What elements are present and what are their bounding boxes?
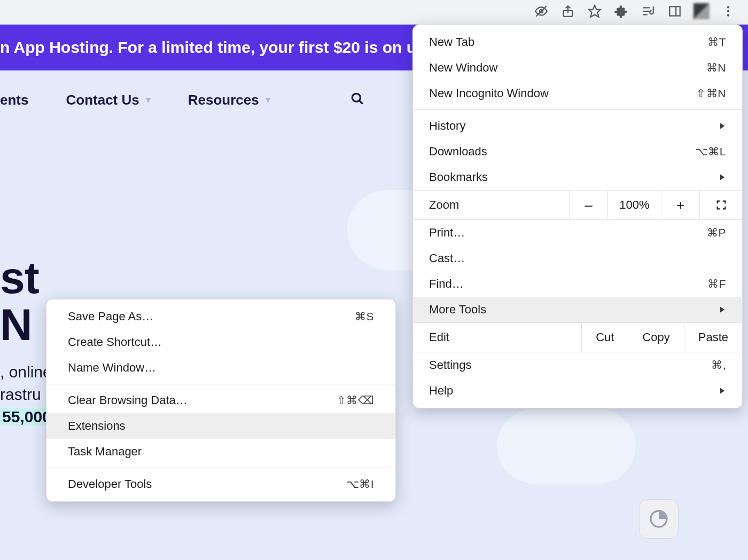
extensions-puzzle-icon[interactable] <box>613 3 629 19</box>
shortcut-text: ⌘N <box>706 61 726 74</box>
menu-find[interactable]: Find… ⌘F <box>413 271 742 297</box>
menu-downloads[interactable]: Downloads ⌥⌘L <box>413 139 742 164</box>
copy-button[interactable]: Copy <box>628 323 683 352</box>
shortcut-text: ⌘P <box>707 226 726 239</box>
menu-settings[interactable]: Settings ⌘, <box>413 352 742 378</box>
toolbar-icon-group <box>533 3 736 19</box>
nav-item-0[interactable]: ents <box>0 92 28 108</box>
zoom-label: Zoom <box>413 191 569 219</box>
menu-print[interactable]: Print… ⌘P <box>413 220 742 246</box>
shortcut-text: ⌘S <box>355 310 374 323</box>
svg-marker-16 <box>720 174 724 180</box>
star-icon[interactable] <box>587 3 603 19</box>
menu-new-incognito[interactable]: New Incognito Window ⇧⌘N <box>413 81 742 106</box>
menu-zoom-row: Zoom – 100% + <box>413 190 742 220</box>
menu-save-page-as[interactable]: Save Page As… ⌘S <box>46 304 395 329</box>
svg-rect-7 <box>669 6 680 15</box>
cut-button[interactable]: Cut <box>581 323 628 352</box>
shortcut-text: ⌥⌘L <box>695 145 726 158</box>
menu-separator <box>46 384 395 384</box>
fullscreen-button[interactable] <box>699 191 742 219</box>
shortcut-text: ⇧⌘⌫ <box>337 394 375 407</box>
caret-down-icon: ▾ <box>146 94 151 106</box>
svg-marker-18 <box>720 388 724 393</box>
search-icon[interactable] <box>350 92 364 108</box>
promo-banner-text: n App Hosting. For a limited time, your … <box>0 38 430 56</box>
nav-item-contact[interactable]: Contact Us▾ <box>66 92 150 108</box>
zoom-in-button[interactable]: + <box>661 191 699 219</box>
menu-task-manager[interactable]: Task Manager <box>46 439 395 464</box>
menu-separator <box>46 468 395 468</box>
shortcut-text: ⌥⌘I <box>346 478 374 491</box>
edit-label: Edit <box>413 323 581 352</box>
svg-marker-15 <box>720 123 724 129</box>
svg-point-9 <box>727 6 729 8</box>
menu-developer-tools[interactable]: Developer Tools ⌥⌘I <box>46 471 395 497</box>
eye-off-icon[interactable] <box>533 3 549 19</box>
menu-edit-row: Edit Cut Copy Paste <box>413 322 742 352</box>
menu-history[interactable]: History <box>413 113 742 139</box>
svg-marker-3 <box>589 5 601 17</box>
sidepanel-icon[interactable] <box>667 3 683 19</box>
menu-create-shortcut[interactable]: Create Shortcut… <box>46 329 395 355</box>
shortcut-text: ⇧⌘N <box>696 87 726 100</box>
shortcut-text: ⌘F <box>707 278 726 290</box>
menu-separator <box>413 109 742 110</box>
caret-down-icon: ▾ <box>266 94 270 106</box>
svg-marker-17 <box>720 306 724 312</box>
more-tools-submenu: Save Page As… ⌘S Create Shortcut… Name W… <box>46 299 396 502</box>
menu-clear-browsing-data[interactable]: Clear Browsing Data… ⇧⌘⌫ <box>46 388 395 413</box>
menu-name-window[interactable]: Name Window… <box>46 355 395 381</box>
menu-cast[interactable]: Cast… <box>413 246 742 271</box>
submenu-arrow-icon <box>719 119 726 133</box>
menu-new-window[interactable]: New Window ⌘N <box>413 55 742 81</box>
chrome-main-menu: New Tab ⌘T New Window ⌘N New Incognito W… <box>412 25 743 408</box>
profile-avatar-icon[interactable] <box>694 3 710 19</box>
share-icon[interactable] <box>560 3 576 19</box>
menu-bookmarks[interactable]: Bookmarks <box>413 164 742 190</box>
menu-more-tools[interactable]: More Tools <box>413 297 742 322</box>
svg-point-12 <box>352 93 360 101</box>
zoom-out-button[interactable]: – <box>569 191 607 219</box>
svg-line-13 <box>359 100 363 104</box>
svg-point-11 <box>727 14 729 16</box>
submenu-arrow-icon <box>719 384 726 398</box>
nav-item-resources[interactable]: Resources▾ <box>188 92 270 108</box>
browser-toolbar <box>0 0 748 25</box>
svg-point-10 <box>727 10 729 12</box>
submenu-arrow-icon <box>719 170 726 184</box>
floating-loading-icon[interactable] <box>639 499 679 539</box>
decorative-cloud <box>497 409 636 484</box>
menu-new-tab[interactable]: New Tab ⌘T <box>413 29 742 55</box>
menu-help[interactable]: Help <box>413 378 742 404</box>
music-queue-icon[interactable] <box>640 3 656 19</box>
shortcut-text: ⌘T <box>707 36 726 49</box>
more-menu-icon[interactable] <box>720 3 736 19</box>
paste-button[interactable]: Paste <box>684 323 742 352</box>
menu-extensions[interactable]: Extensions <box>46 413 395 439</box>
shortcut-text: ⌘, <box>711 359 726 372</box>
zoom-percent: 100% <box>607 191 661 219</box>
submenu-arrow-icon <box>719 303 726 317</box>
